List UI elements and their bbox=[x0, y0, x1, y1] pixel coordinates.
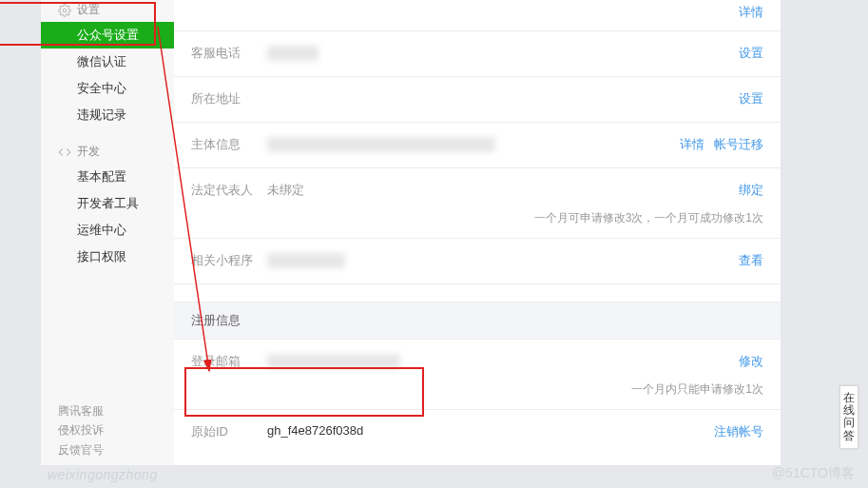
row-origid: 原始ID gh_f4e8726f038d 注销帐号 bbox=[174, 410, 781, 456]
footer-link-tencent-service[interactable]: 腾讯客服 bbox=[58, 401, 163, 420]
blurred-value bbox=[267, 354, 400, 369]
code-icon bbox=[58, 146, 71, 159]
sidebar-group-title: 设置 bbox=[77, 2, 100, 18]
sidebar-item-security-center[interactable]: 安全中心 bbox=[41, 75, 174, 102]
value-legal: 未绑定 bbox=[267, 182, 739, 199]
action-address-set[interactable]: 设置 bbox=[739, 90, 763, 107]
sidebar-item-dev-tools[interactable]: 开发者工具 bbox=[41, 190, 174, 217]
action-entity-migrate[interactable]: 帐号迁移 bbox=[714, 137, 763, 151]
sidebar-group-title: 开发 bbox=[77, 144, 100, 160]
action-miniapp-view[interactable]: 查看 bbox=[739, 252, 763, 269]
action-email-modify[interactable]: 修改 bbox=[739, 353, 763, 370]
action-entity-detail[interactable]: 详情 bbox=[680, 137, 704, 151]
online-qa-widget[interactable]: 在线问答 bbox=[839, 385, 858, 449]
label-email: 登录邮箱 bbox=[191, 353, 267, 370]
gear-icon bbox=[58, 4, 71, 17]
row-hotline: 客服电话 设置 bbox=[174, 31, 781, 77]
action-origid-cancel[interactable]: 注销帐号 bbox=[714, 423, 763, 440]
watermark-left: weixingongzhong bbox=[48, 467, 158, 482]
sidebar-footer: 腾讯客服 侵权投诉 反馈官号 bbox=[41, 394, 174, 465]
blurred-value bbox=[267, 253, 345, 268]
label-miniapp: 相关小程序 bbox=[191, 252, 267, 269]
watermark-right: @51CTO博客 bbox=[772, 465, 855, 482]
sidebar-item-api-permission[interactable]: 接口权限 bbox=[41, 244, 174, 270]
sidebar-item-basic-config[interactable]: 基本配置 bbox=[41, 164, 174, 190]
footer-link-infringement[interactable]: 侵权投诉 bbox=[58, 420, 163, 439]
value-origid: gh_f4e8726f038d bbox=[267, 423, 714, 438]
action-legal-bind[interactable]: 绑定 bbox=[739, 182, 763, 199]
label-legal: 法定代表人 bbox=[191, 182, 267, 199]
sidebar-item-violation-log[interactable]: 违规记录 bbox=[41, 102, 174, 128]
label-entity: 主体信息 bbox=[191, 136, 267, 153]
sidebar-item-account-settings[interactable]: 公众号设置 bbox=[41, 22, 174, 49]
row-top: 详情 bbox=[174, 0, 781, 31]
blurred-value bbox=[267, 46, 318, 61]
sidebar: 设置 公众号设置 微信认证 安全中心 违规记录 开发 基本配置 开发者工具 运维… bbox=[41, 0, 174, 465]
action-detail-top[interactable]: 详情 bbox=[739, 4, 763, 21]
label-address: 所在地址 bbox=[191, 90, 267, 107]
sidebar-item-ops-center[interactable]: 运维中心 bbox=[41, 217, 174, 244]
label-hotline: 客服电话 bbox=[191, 45, 267, 62]
row-address: 所在地址 设置 bbox=[174, 77, 781, 123]
sidebar-item-wechat-verify[interactable]: 微信认证 bbox=[41, 49, 174, 75]
svg-point-0 bbox=[63, 9, 67, 12]
sidebar-group-settings: 设置 bbox=[41, 0, 174, 22]
section-registration: 注册信息 bbox=[174, 302, 781, 340]
note-email: 一个月内只能申请修改1次 bbox=[174, 376, 781, 410]
sidebar-group-develop: 开发 bbox=[41, 138, 174, 164]
label-origid: 原始ID bbox=[191, 423, 267, 440]
footer-link-feedback[interactable]: 反馈官号 bbox=[58, 440, 163, 459]
note-legal: 一个月可申请修改3次，一个月可成功修改1次 bbox=[174, 205, 781, 239]
row-miniapp: 相关小程序 查看 bbox=[174, 239, 781, 284]
row-entity: 主体信息 详情 帐号迁移 bbox=[174, 123, 781, 168]
blurred-value bbox=[267, 137, 495, 152]
content-panel: 详情 客服电话 设置 所在地址 设置 主体信息 详情 帐号迁移 bbox=[174, 0, 781, 465]
action-hotline-set[interactable]: 设置 bbox=[739, 45, 763, 62]
